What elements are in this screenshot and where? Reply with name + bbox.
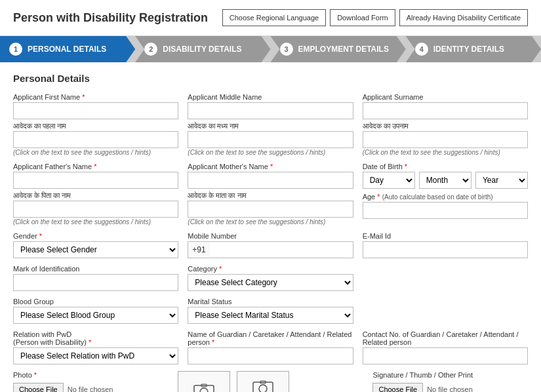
relation-select[interactable]: Please Select Relation with PwD [13,347,178,364]
header-actions: Choose Regional Language Download Form A… [222,9,528,26]
step-2-num: 2 [144,43,157,56]
svg-point-4 [259,385,267,392]
photo-col: Photo * Choose File No file chosen (Only… [13,371,169,392]
step-identity[interactable]: 4 IDENTITY DETAILS [406,36,541,62]
mobile-input[interactable] [210,241,353,258]
mobile-prefix: +91 [188,241,209,258]
mother-hindi: आवेदक के माता का नाम [188,191,353,200]
first-name-hint: (Click on the text to see the suggestion… [13,149,178,156]
step-4-num: 4 [415,43,428,56]
dob-row: Day Month Year [363,172,528,189]
page-title: Person with Disability Registration [13,11,208,25]
step-employment[interactable]: 3 EMPLOYMENT DETAILS [271,36,406,62]
blood-marital-row: Blood Group Please Select Blood Group Ma… [13,298,528,324]
middle-name-col: Applicant Middle Name आवेदक का मध्य नाम … [188,93,353,156]
father-name-label: Applicant Father's Name * [13,163,178,170]
category-col: Category * Please Select Category [188,265,353,291]
mother-hint: (Click on the text to see the suggestion… [188,218,353,225]
sig-no-file: No file chosen [427,385,473,392]
guardian-input[interactable] [188,347,353,364]
preview-area: PHOTO PREVIEW SIGNATURE PREVIEW [178,371,364,392]
mother-name-label: Applicant Mother's Name * [188,163,353,170]
mobile-group: +91 [188,241,353,258]
relation-label: Relation with PwD(Person with Disability… [13,330,178,346]
mother-hindi-input[interactable] [188,201,353,218]
surname-input[interactable] [363,102,528,119]
gender-col: Gender * Please Select Gender [13,232,178,258]
certificate-button[interactable]: Already Having Disability Certificate [399,9,528,26]
middle-name-hindi-input[interactable] [188,131,353,148]
marital-select[interactable]: Please Select Marital Status [188,307,353,324]
sig-col: Signature / Thumb / Other Print Choose F… [372,371,528,392]
middle-name-hint: (Click on the text to see the suggestion… [188,149,353,156]
blood-label: Blood Group [13,298,178,305]
gender-select[interactable]: Please Select Gender [13,241,178,258]
mark-cat-row: Mark of Identification Category * Please… [13,265,528,291]
age-input[interactable] [363,202,528,219]
first-name-input[interactable] [13,102,178,119]
surname-hindi: आवेदक का उपनाम [363,122,528,130]
email-col: E-Mail Id [363,232,528,258]
category-label: Category * [188,265,353,273]
middle-name-hindi: आवेदक का मध्य नाम [188,122,353,130]
empty-col-2 [363,298,528,324]
middle-name-input[interactable] [188,102,353,119]
guardian-col: Name of Guardian / Caretaker / Attendant… [188,330,353,364]
mark-col: Mark of Identification [13,265,178,291]
step-3-label: EMPLOYMENT DETAILS [298,45,389,54]
mobile-col: Mobile Number +91 [188,232,353,258]
relation-guardian-row: Relation with PwD(Person with Disability… [13,330,528,364]
section-title: Personal Details [13,73,528,84]
dob-age-col: Date of Birth * Day Month Year Age * (Au… [363,163,528,225]
photo-sig-row: Photo * Choose File No file chosen (Only… [13,371,528,392]
sig-preview-box: SIGNATURE PREVIEW [237,371,289,392]
father-name-input[interactable] [13,172,178,189]
step-disability[interactable]: 2 DISABILITY DETAILS [135,36,270,62]
mobile-label: Mobile Number [188,232,353,240]
first-name-col: Applicant First Name * आवेदक का पहला नाम… [13,93,178,156]
sig-file-row: Choose File No file chosen [372,383,528,392]
guardian-label: Name of Guardian / Caretaker / Attendant… [188,330,353,346]
contact-row: Gender * Please Select Gender Mobile Num… [13,232,528,258]
father-hindi: आवेदक के पिता का नाम [13,191,178,200]
dob-year-select[interactable]: Year [475,172,528,189]
first-name-hindi-input[interactable] [13,131,178,148]
step-2-label: DISABILITY DETAILS [163,45,241,54]
surname-col: Applicant Surname आवेदक का उपनाम (Click … [363,93,528,156]
photo-choose-button[interactable]: Choose File [13,383,64,392]
blood-col: Blood Group Please Select Blood Group [13,298,178,324]
category-select[interactable]: Please Select Category [188,274,353,291]
dob-month-select[interactable]: Month [419,172,471,189]
contact-input[interactable] [363,347,528,364]
email-label: E-Mail Id [363,232,528,240]
surname-label: Applicant Surname [363,93,528,101]
surname-hint: (Click on the text to see the suggestion… [363,149,528,156]
step-personal[interactable]: 1 PERSONAL DETAILS [0,36,135,62]
dob-day-select[interactable]: Day [363,172,415,189]
previews-col: PHOTO PREVIEW SIGNATURE PREVIEW [178,371,364,392]
father-hindi-input[interactable] [13,201,178,218]
father-name-col: Applicant Father's Name * आवेदक के पिता … [13,163,178,225]
mark-label: Mark of Identification [13,265,178,273]
first-name-hindi: आवेदक का पहला नाम [13,122,178,130]
dob-label: Date of Birth * [363,163,528,170]
contact-col: Contact No. of Guardian / Caretaker / At… [363,330,528,364]
surname-hindi-input[interactable] [363,131,528,148]
step-4-label: IDENTITY DETAILS [433,45,504,54]
language-button[interactable]: Choose Regional Language [222,9,326,26]
photo-no-file: No file chosen [68,385,113,392]
blood-select[interactable]: Please Select Blood Group [13,307,178,324]
sig-choose-button[interactable]: Choose File [372,383,423,392]
form-area: Personal Details Applicant First Name * … [0,62,541,392]
mother-name-input[interactable] [188,172,353,189]
first-name-label: Applicant First Name * [13,93,178,101]
age-note: (Auto calculate based on date of birth) [382,193,493,201]
contact-label: Contact No. of Guardian / Caretaker / At… [363,330,528,346]
photo-file-row: Choose File No file chosen [13,383,169,392]
gender-label: Gender * [13,232,178,240]
email-input[interactable] [363,241,528,258]
mark-input[interactable] [13,274,178,291]
marital-col: Marital Status Please Select Marital Sta… [188,298,353,324]
download-button[interactable]: Download Form [330,9,395,26]
age-label: Age * (Auto calculate based on date of b… [363,193,528,201]
